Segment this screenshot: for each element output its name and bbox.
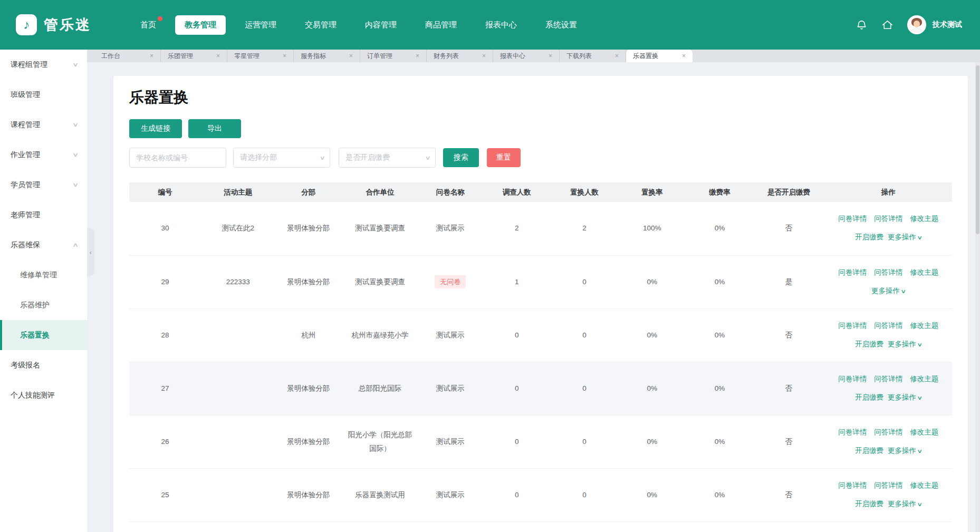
action-link[interactable]: 问答详情 — [874, 428, 902, 438]
cell-survey: 测试展示 — [418, 362, 482, 415]
action-link[interactable]: 更多操作∨ — [888, 393, 921, 403]
tab-8[interactable]: 下载列表× — [560, 50, 626, 62]
cell-actions: 问卷详情问答详情修改主题开启缴费更多操作∨ — [824, 415, 952, 468]
action-link[interactable]: 开启缴费 — [855, 233, 883, 243]
action-link[interactable]: 问卷详情 — [838, 214, 867, 224]
tab-close-icon[interactable]: × — [150, 52, 153, 60]
action-link[interactable]: 修改主题 — [910, 428, 938, 438]
sidebar-item-12[interactable]: 个人技能测评 — [0, 380, 87, 410]
sidebar-item-2[interactable]: 班级管理 — [0, 80, 87, 110]
pay-enabled-select[interactable]: 是否开启缴费 ∨ — [339, 148, 436, 168]
action-link[interactable]: 修改主题 — [910, 481, 938, 491]
sidebar-item-1[interactable]: 课程组管理∨ — [0, 50, 87, 80]
home-icon[interactable] — [881, 19, 893, 31]
action-link[interactable]: 修改主题 — [910, 214, 938, 224]
brand[interactable]: ♪ 管乐迷 — [16, 14, 121, 35]
action-link[interactable]: 更多操作∨ — [888, 499, 921, 509]
action-link[interactable]: 开启缴费 — [855, 340, 883, 350]
cell-id: 29 — [129, 255, 201, 308]
sidebar-item-4[interactable]: 作业管理∨ — [0, 140, 87, 170]
action-link[interactable]: 更多操作∨ — [871, 286, 905, 296]
table-row: 26景明体验分部阳光小学（阳光总部国际）测试展示000%0%否问卷详情问答详情修… — [129, 415, 952, 468]
username[interactable]: 技术测试 — [933, 20, 962, 30]
tab-6[interactable]: 财务列表× — [427, 50, 493, 62]
action-link[interactable]: 开启缴费 — [855, 446, 883, 456]
nav-item-7[interactable]: 报表中心 — [476, 15, 526, 35]
export-button[interactable]: 导出 — [188, 119, 241, 138]
action-link[interactable]: 修改主题 — [910, 268, 938, 278]
cell-pay-enabled: 否 — [753, 362, 824, 415]
sidebar-item-7[interactable]: 乐器维保∧ — [0, 230, 87, 260]
branch-select[interactable]: 请选择分部 ∨ — [233, 148, 330, 168]
tab-close-icon[interactable]: × — [682, 52, 686, 60]
action-link[interactable]: 修改主题 — [910, 374, 938, 384]
tab-7[interactable]: 报表中心× — [493, 50, 560, 62]
nav-item-5[interactable]: 内容管理 — [356, 15, 406, 35]
search-button[interactable]: 搜索 — [443, 148, 479, 167]
tab-close-icon[interactable]: × — [549, 52, 552, 60]
tab-2[interactable]: 乐团管理× — [161, 50, 227, 62]
cell-branch: 景明体验分部 — [275, 362, 342, 415]
nav-item-1[interactable]: 首页 — [131, 15, 166, 35]
sidebar-item-9[interactable]: 乐器维护 — [0, 290, 87, 320]
tab-close-icon[interactable]: × — [416, 52, 419, 60]
action-link[interactable]: 开启缴费 — [855, 393, 883, 403]
action-link[interactable]: 问卷详情 — [838, 374, 867, 384]
cell-survey: 测试展示 — [418, 202, 482, 255]
chevron-down-icon: ∨ — [72, 151, 79, 158]
action-link[interactable]: 更多操作∨ — [888, 340, 921, 350]
sidebar-item-5[interactable]: 学员管理∨ — [0, 170, 87, 200]
action-link[interactable]: 问答详情 — [874, 268, 902, 278]
tab-5[interactable]: 订单管理× — [360, 50, 427, 62]
tab-9[interactable]: 乐器置换× — [626, 50, 693, 62]
tab-close-icon[interactable]: × — [349, 52, 353, 60]
tab-close-icon[interactable]: × — [615, 52, 619, 60]
action-link[interactable]: 开启缴费 — [855, 499, 883, 509]
cell-theme — [201, 308, 275, 362]
action-link[interactable]: 问卷详情 — [838, 428, 867, 438]
cell-theme: 测试在此2 — [201, 202, 275, 255]
nav-item-6[interactable]: 商品管理 — [416, 15, 466, 35]
cell-replace-rate: 0% — [618, 468, 687, 521]
cell-partner: 测试置换要调查 — [342, 255, 419, 308]
action-link[interactable]: 问卷详情 — [838, 321, 867, 331]
action-link[interactable]: 更多操作∨ — [888, 446, 921, 456]
sidebar-collapse-handle[interactable]: ‹ — [87, 228, 94, 276]
action-link[interactable]: 问卷详情 — [838, 481, 867, 491]
reset-button[interactable]: 重置 — [487, 148, 521, 167]
cell-branch: 景明体验分部 — [275, 202, 342, 255]
nav-item-8[interactable]: 系统设置 — [536, 15, 587, 35]
nav-item-4[interactable]: 交易管理 — [295, 15, 346, 35]
cell-replace-rate: 0% — [618, 415, 687, 468]
action-link[interactable]: 问答详情 — [874, 321, 902, 331]
cell-replaced-count: 0 — [551, 362, 618, 415]
action-link[interactable]: 问卷详情 — [838, 268, 867, 278]
nav-item-2[interactable]: 教务管理 — [175, 15, 226, 35]
tab-4[interactable]: 服务指标× — [294, 50, 360, 62]
sidebar-item-3[interactable]: 课程管理∨ — [0, 110, 87, 140]
action-link[interactable]: 问答详情 — [874, 214, 902, 224]
school-name-input[interactable] — [129, 148, 226, 168]
sidebar-item-11[interactable]: 考级报名 — [0, 350, 87, 380]
nav-item-3[interactable]: 运营管理 — [235, 15, 286, 35]
tab-close-icon[interactable]: × — [482, 52, 486, 60]
cell-theme — [201, 468, 275, 521]
content-card: 乐器置换 生成链接 导出 请选择分部 ∨ 是否开启缴费 ∨ 搜索 重置 编号活动… — [113, 76, 968, 532]
scrollbar-thumb[interactable] — [976, 65, 979, 234]
tab-3[interactable]: 零星管理× — [227, 50, 294, 62]
sidebar-item-10[interactable]: 乐器置换 — [0, 320, 87, 350]
sidebar-item-6[interactable]: 老师管理 — [0, 200, 87, 230]
action-link[interactable]: 问答详情 — [874, 481, 902, 491]
action-link[interactable]: 问答详情 — [874, 374, 902, 384]
tab-1[interactable]: 工作台× — [94, 50, 161, 62]
sidebar-item-8[interactable]: 维修单管理 — [0, 260, 87, 290]
tab-close-icon[interactable]: × — [216, 52, 220, 60]
page-scrollbar[interactable] — [975, 50, 980, 532]
user-avatar[interactable] — [907, 15, 926, 34]
column-header: 分部 — [275, 182, 342, 202]
tab-close-icon[interactable]: × — [283, 52, 286, 60]
bell-icon[interactable] — [856, 19, 868, 31]
generate-link-button[interactable]: 生成链接 — [129, 119, 182, 138]
action-link[interactable]: 修改主题 — [910, 321, 938, 331]
action-link[interactable]: 更多操作∨ — [888, 233, 921, 243]
